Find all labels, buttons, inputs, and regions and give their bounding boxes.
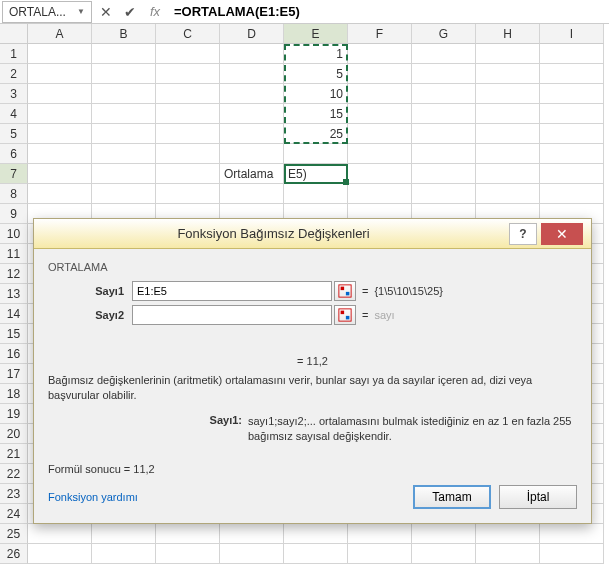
- arg1-refedit-icon[interactable]: [334, 281, 356, 301]
- cell-C7[interactable]: [156, 164, 220, 184]
- cell-H26[interactable]: [476, 544, 540, 564]
- cell-F8[interactable]: [348, 184, 412, 204]
- cell-D3[interactable]: [220, 84, 284, 104]
- cell-D25[interactable]: [220, 524, 284, 544]
- cell-E26[interactable]: [284, 544, 348, 564]
- arg1-input[interactable]: [132, 281, 332, 301]
- cell-A5[interactable]: [28, 124, 92, 144]
- row-header-25[interactable]: 25: [0, 524, 28, 544]
- cell-I6[interactable]: [540, 144, 604, 164]
- cell-E25[interactable]: [284, 524, 348, 544]
- cell-H6[interactable]: [476, 144, 540, 164]
- row-header-12[interactable]: 12: [0, 264, 28, 284]
- cell-E7[interactable]: E5): [284, 164, 348, 184]
- cell-C5[interactable]: [156, 124, 220, 144]
- cell-G5[interactable]: [412, 124, 476, 144]
- cell-C3[interactable]: [156, 84, 220, 104]
- cell-I5[interactable]: [540, 124, 604, 144]
- cell-H4[interactable]: [476, 104, 540, 124]
- row-header-16[interactable]: 16: [0, 344, 28, 364]
- cell-H5[interactable]: [476, 124, 540, 144]
- cell-I8[interactable]: [540, 184, 604, 204]
- name-box[interactable]: ORTALA... ▼: [2, 1, 92, 23]
- row-header-6[interactable]: 6: [0, 144, 28, 164]
- cell-E8[interactable]: [284, 184, 348, 204]
- row-header-10[interactable]: 10: [0, 224, 28, 244]
- col-header-G[interactable]: G: [412, 24, 476, 44]
- row-header-4[interactable]: 4: [0, 104, 28, 124]
- cell-F25[interactable]: [348, 524, 412, 544]
- row-header-23[interactable]: 23: [0, 484, 28, 504]
- cell-G3[interactable]: [412, 84, 476, 104]
- close-button[interactable]: ✕: [541, 223, 583, 245]
- row-header-1[interactable]: 1: [0, 44, 28, 64]
- cell-F7[interactable]: [348, 164, 412, 184]
- cell-B3[interactable]: [92, 84, 156, 104]
- col-header-E[interactable]: E: [284, 24, 348, 44]
- dropdown-icon[interactable]: ▼: [77, 7, 85, 16]
- cell-G26[interactable]: [412, 544, 476, 564]
- cell-F3[interactable]: [348, 84, 412, 104]
- cell-B26[interactable]: [92, 544, 156, 564]
- cell-H8[interactable]: [476, 184, 540, 204]
- cell-E3[interactable]: 10: [284, 84, 348, 104]
- dialog-titlebar[interactable]: Fonksiyon Bağımsız Değişkenleri ? ✕: [34, 219, 591, 249]
- col-header-A[interactable]: A: [28, 24, 92, 44]
- row-header-5[interactable]: 5: [0, 124, 28, 144]
- cell-A1[interactable]: [28, 44, 92, 64]
- cell-H25[interactable]: [476, 524, 540, 544]
- arg2-input[interactable]: [132, 305, 332, 325]
- cell-G8[interactable]: [412, 184, 476, 204]
- cell-A25[interactable]: [28, 524, 92, 544]
- cell-A6[interactable]: [28, 144, 92, 164]
- cell-G2[interactable]: [412, 64, 476, 84]
- cell-E4[interactable]: 15: [284, 104, 348, 124]
- cell-D26[interactable]: [220, 544, 284, 564]
- cell-I26[interactable]: [540, 544, 604, 564]
- cell-D8[interactable]: [220, 184, 284, 204]
- cell-G1[interactable]: [412, 44, 476, 64]
- cell-B5[interactable]: [92, 124, 156, 144]
- row-header-17[interactable]: 17: [0, 364, 28, 384]
- row-header-14[interactable]: 14: [0, 304, 28, 324]
- cell-D5[interactable]: [220, 124, 284, 144]
- cell-D1[interactable]: [220, 44, 284, 64]
- cell-G6[interactable]: [412, 144, 476, 164]
- col-header-C[interactable]: C: [156, 24, 220, 44]
- cell-G25[interactable]: [412, 524, 476, 544]
- row-header-20[interactable]: 20: [0, 424, 28, 444]
- cell-E2[interactable]: 5: [284, 64, 348, 84]
- fx-icon[interactable]: fx: [142, 1, 168, 23]
- col-header-H[interactable]: H: [476, 24, 540, 44]
- cell-D2[interactable]: [220, 64, 284, 84]
- cell-F6[interactable]: [348, 144, 412, 164]
- cell-C25[interactable]: [156, 524, 220, 544]
- row-header-22[interactable]: 22: [0, 464, 28, 484]
- cell-I4[interactable]: [540, 104, 604, 124]
- cell-E6[interactable]: [284, 144, 348, 164]
- cell-C8[interactable]: [156, 184, 220, 204]
- cell-B4[interactable]: [92, 104, 156, 124]
- cell-D4[interactable]: [220, 104, 284, 124]
- cancel-button[interactable]: İptal: [499, 485, 577, 509]
- cell-B6[interactable]: [92, 144, 156, 164]
- cell-B25[interactable]: [92, 524, 156, 544]
- cell-C26[interactable]: [156, 544, 220, 564]
- cell-E1[interactable]: 1: [284, 44, 348, 64]
- cell-A26[interactable]: [28, 544, 92, 564]
- cell-E5[interactable]: 25: [284, 124, 348, 144]
- cell-C6[interactable]: [156, 144, 220, 164]
- cell-I7[interactable]: [540, 164, 604, 184]
- row-header-9[interactable]: 9: [0, 204, 28, 224]
- cell-H1[interactable]: [476, 44, 540, 64]
- row-header-13[interactable]: 13: [0, 284, 28, 304]
- arg2-refedit-icon[interactable]: [334, 305, 356, 325]
- cell-H7[interactable]: [476, 164, 540, 184]
- cell-C2[interactable]: [156, 64, 220, 84]
- cell-H2[interactable]: [476, 64, 540, 84]
- cell-I1[interactable]: [540, 44, 604, 64]
- cell-B1[interactable]: [92, 44, 156, 64]
- row-header-15[interactable]: 15: [0, 324, 28, 344]
- cell-I25[interactable]: [540, 524, 604, 544]
- cell-F4[interactable]: [348, 104, 412, 124]
